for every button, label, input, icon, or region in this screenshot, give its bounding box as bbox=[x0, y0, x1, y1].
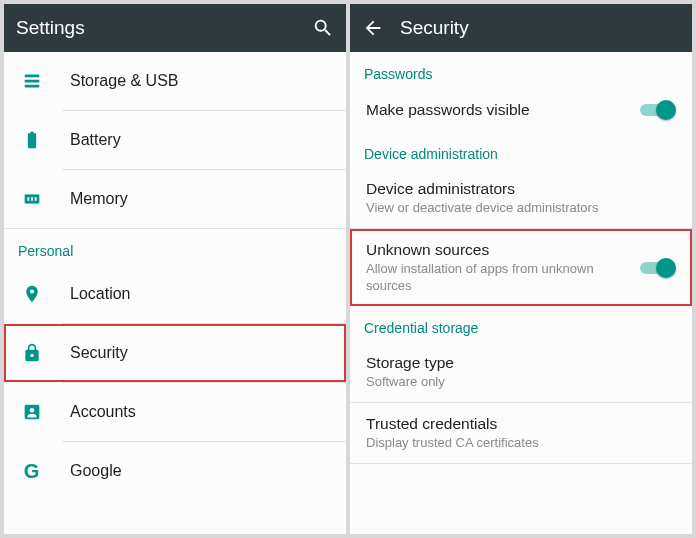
settings-item-security[interactable]: Security bbox=[4, 324, 346, 382]
divider bbox=[350, 463, 692, 464]
section-header-personal: Personal bbox=[4, 229, 346, 265]
setting-trusted-credentials[interactable]: Trusted credentials Display trusted CA c… bbox=[350, 403, 692, 463]
setting-unknown-sources[interactable]: Unknown sources Allow installation of ap… bbox=[350, 229, 692, 306]
security-title: Security bbox=[400, 17, 680, 39]
setting-title: Storage type bbox=[366, 354, 676, 372]
security-panel: Security Passwords Make passwords visibl… bbox=[350, 4, 692, 534]
settings-item-google[interactable]: G Google bbox=[4, 442, 346, 500]
location-icon bbox=[18, 283, 46, 305]
section-header-credential-storage: Credential storage bbox=[350, 306, 692, 342]
settings-item-location[interactable]: Location bbox=[4, 265, 346, 323]
search-icon[interactable] bbox=[312, 17, 334, 39]
setting-storage-type[interactable]: Storage type Software only bbox=[350, 342, 692, 402]
settings-appbar: Settings bbox=[4, 4, 346, 52]
setting-title: Make passwords visible bbox=[366, 101, 628, 119]
accounts-icon bbox=[18, 401, 46, 423]
setting-title: Device administrators bbox=[366, 180, 676, 198]
security-list: Passwords Make passwords visible Device … bbox=[350, 52, 692, 534]
svg-rect-2 bbox=[25, 85, 40, 88]
toggle-unknown-sources[interactable] bbox=[640, 258, 676, 278]
settings-item-label: Google bbox=[70, 462, 332, 480]
settings-item-label: Battery bbox=[70, 131, 332, 149]
settings-list: Storage & USB Battery Memory Personal Lo… bbox=[4, 52, 346, 534]
setting-subtitle: View or deactivate device administrators bbox=[366, 200, 676, 216]
svg-point-4 bbox=[30, 408, 35, 413]
section-header-passwords: Passwords bbox=[350, 52, 692, 88]
battery-icon bbox=[18, 129, 46, 151]
svg-rect-1 bbox=[25, 80, 40, 83]
memory-icon bbox=[18, 188, 46, 210]
setting-subtitle: Software only bbox=[366, 374, 676, 390]
settings-item-battery[interactable]: Battery bbox=[4, 111, 346, 169]
settings-item-label: Accounts bbox=[70, 403, 332, 421]
setting-subtitle: Display trusted CA certificates bbox=[366, 435, 676, 451]
settings-panel: Settings Storage & USB Battery Memory bbox=[4, 4, 346, 534]
setting-subtitle: Allow installation of apps from unknown … bbox=[366, 261, 628, 294]
setting-title: Trusted credentials bbox=[366, 415, 676, 433]
setting-title: Unknown sources bbox=[366, 241, 628, 259]
settings-item-label: Memory bbox=[70, 190, 332, 208]
settings-item-label: Storage & USB bbox=[70, 72, 332, 90]
settings-title: Settings bbox=[16, 17, 296, 39]
google-icon: G bbox=[18, 460, 46, 482]
settings-item-memory[interactable]: Memory bbox=[4, 170, 346, 228]
settings-item-storage[interactable]: Storage & USB bbox=[4, 52, 346, 110]
settings-item-label: Location bbox=[70, 285, 332, 303]
back-icon[interactable] bbox=[362, 17, 384, 39]
settings-item-label: Security bbox=[70, 344, 332, 362]
setting-make-passwords-visible[interactable]: Make passwords visible bbox=[350, 88, 692, 132]
section-header-device-admin: Device administration bbox=[350, 132, 692, 168]
svg-rect-0 bbox=[25, 75, 40, 78]
security-appbar: Security bbox=[350, 4, 692, 52]
svg-text:G: G bbox=[24, 460, 40, 482]
toggle-make-passwords-visible[interactable] bbox=[640, 100, 676, 120]
lock-icon bbox=[18, 342, 46, 364]
storage-icon bbox=[18, 70, 46, 92]
setting-device-administrators[interactable]: Device administrators View or deactivate… bbox=[350, 168, 692, 228]
settings-item-accounts[interactable]: Accounts bbox=[4, 383, 346, 441]
